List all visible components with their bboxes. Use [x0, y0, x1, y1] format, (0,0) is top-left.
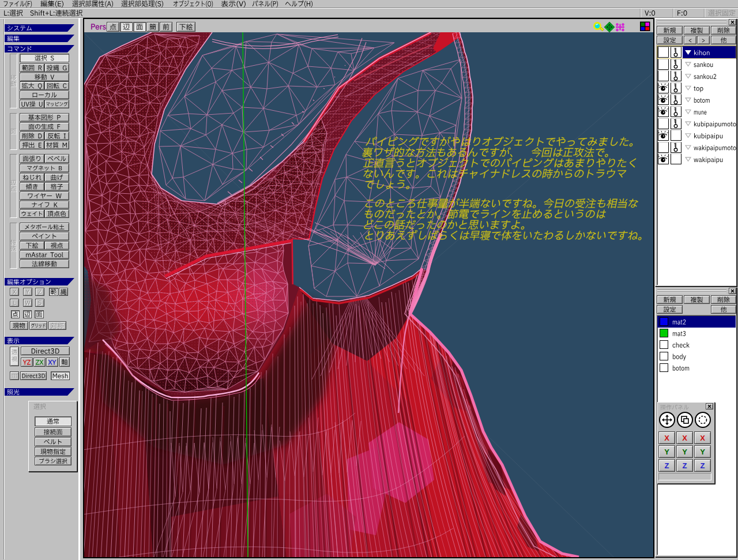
svg-text:Y: Y [664, 448, 669, 456]
svg-text:X: X [700, 434, 705, 442]
svg-text:Z: Z [683, 461, 687, 470]
svg-text:Z: Z [665, 461, 669, 470]
svg-text:Z: Z [701, 461, 705, 470]
svg-text:X: X [682, 434, 687, 442]
svg-text:Y: Y [682, 448, 687, 456]
svg-text:Y: Y [700, 448, 705, 456]
svg-text:X: X [664, 434, 669, 442]
